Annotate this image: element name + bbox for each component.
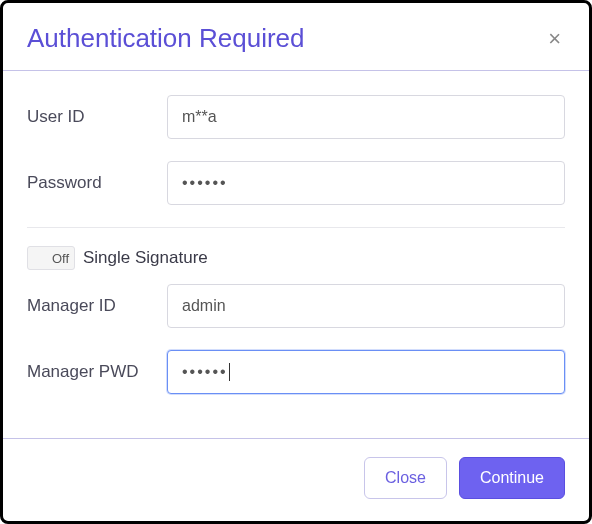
manager-pwd-row: Manager PWD •••••• <box>27 350 565 394</box>
password-row: Password •••••• <box>27 161 565 205</box>
single-signature-label: Single Signature <box>83 248 208 268</box>
auth-modal: Authentication Required × User ID Passwo… <box>0 0 592 524</box>
manager-id-row: Manager ID <box>27 284 565 328</box>
manager-pwd-input[interactable]: •••••• <box>167 350 565 394</box>
text-caret <box>229 363 230 381</box>
close-button[interactable]: Close <box>364 457 447 499</box>
single-signature-row: Off Single Signature <box>27 246 565 270</box>
modal-footer: Close Continue <box>3 438 589 521</box>
close-icon[interactable]: × <box>544 24 565 54</box>
manager-id-input[interactable] <box>167 284 565 328</box>
modal-body: User ID Password •••••• Off Single Signa… <box>3 71 589 438</box>
section-divider <box>27 227 565 228</box>
continue-button[interactable]: Continue <box>459 457 565 499</box>
toggle-state-label: Off <box>50 251 71 266</box>
single-signature-toggle[interactable]: Off <box>27 246 75 270</box>
modal-header: Authentication Required × <box>3 3 589 71</box>
user-id-label: User ID <box>27 107 167 127</box>
user-id-row: User ID <box>27 95 565 139</box>
manager-pwd-label: Manager PWD <box>27 362 167 382</box>
modal-title: Authentication Required <box>27 23 305 54</box>
manager-pwd-value: •••••• <box>182 363 228 381</box>
manager-id-label: Manager ID <box>27 296 167 316</box>
user-id-input[interactable] <box>167 95 565 139</box>
password-label: Password <box>27 173 167 193</box>
password-input[interactable]: •••••• <box>167 161 565 205</box>
password-value: •••••• <box>182 174 228 192</box>
